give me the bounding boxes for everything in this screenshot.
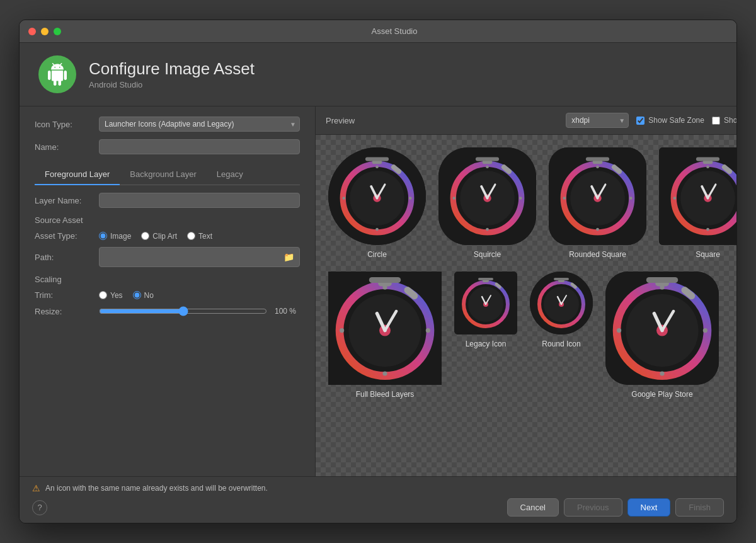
preview-item-square: Square [659,147,736,259]
dpi-select[interactable]: xhdpi mdpi hdpi xxhdpi xxxhdpi [566,113,629,128]
svg-point-92 [660,285,664,290]
stopwatch-svg-circle [328,147,426,245]
titlebar: Asset Studio [20,20,736,43]
name-input[interactable]: ic_launcher [99,139,300,154]
round-icon-wrapper [530,272,593,334]
asset-type-label: Asset Type: [35,231,91,241]
squircle-icon-wrapper [438,147,536,245]
svg-point-9 [375,166,379,169]
svg-rect-69 [478,278,493,280]
svg-point-64 [426,328,430,333]
finish-button: Finish [675,498,724,517]
round-label: Round Icon [542,340,580,348]
minimize-button[interactable] [41,28,49,35]
svg-rect-87 [646,277,678,283]
tab-background[interactable]: Background Layer [120,164,207,185]
svg-rect-30 [586,157,609,161]
asset-type-text-radio[interactable] [187,232,195,240]
close-button[interactable] [28,28,36,35]
button-row: ? Cancel Previous Next Finish [32,498,724,517]
svg-rect-43 [696,157,719,161]
warning-row: ⚠ An icon with the same name already exi… [32,483,724,493]
circle-icon [328,147,426,245]
source-asset-label: Source Asset [35,215,300,225]
asset-type-image[interactable]: Image [99,232,131,241]
icon-type-select-wrapper: Launcher Icons (Adaptive and Legacy) ▼ [99,117,300,132]
page-subtitle: Android Studio [89,80,255,89]
show-grid-checkbox[interactable] [712,117,720,125]
svg-point-37 [563,197,566,200]
layer-tabs: Foreground Layer Background Layer Legacy [35,164,300,185]
show-safe-zone-label[interactable]: Show Safe Zone [636,116,704,125]
svg-point-36 [596,228,599,231]
circle-label: Circle [367,250,387,259]
scaling-label: Scaling [35,275,300,284]
svg-rect-17 [476,157,499,161]
layer-name-input[interactable]: ic_launcher_foreground [99,193,300,208]
path-input-wrapper: ve icon/adaptive-icon-forground.png 📁 [99,247,300,267]
tab-foreground[interactable]: Foreground Layer [35,164,120,185]
svg-point-61 [382,285,387,290]
path-row: Path: ve icon/adaptive-icon-forground.pn… [35,247,300,267]
previous-button: Previous [564,498,622,517]
stopwatch-svg-round [530,272,593,334]
svg-point-48 [706,166,709,169]
asset-type-text[interactable]: Text [187,232,212,241]
resize-slider[interactable] [99,306,267,316]
source-asset-section: Source Asset Asset Type: Image Clip Art [35,215,300,267]
svg-point-95 [703,328,707,333]
svg-point-50 [673,197,676,200]
square-icon-wrapper [659,147,736,245]
asset-type-image-radio[interactable] [99,232,107,240]
show-grid-label[interactable]: Show Grid [712,116,736,125]
preview-item-rounded-square: Rounded Square [549,147,646,259]
svg-point-23 [486,228,489,231]
next-button[interactable]: Next [627,498,671,517]
rounded-square-icon-wrapper [549,147,646,245]
stopwatch-svg-rounded [549,147,646,245]
bottom-bar: ⚠ An icon with the same name already exi… [20,476,736,523]
maximize-button[interactable] [54,28,61,35]
google-play-label: Google Play Store [631,390,692,399]
svg-point-12 [409,197,412,200]
help-button[interactable]: ? [32,500,47,515]
rounded-square-icon [549,147,646,245]
stopwatch-svg-full-bleed [328,272,442,385]
svg-rect-4 [365,157,389,161]
trim-row: Trim: Yes No [35,290,300,300]
resize-value: 100 % [275,307,300,316]
stopwatch-svg-google-play [605,272,719,385]
scaling-section: Scaling Trim: Yes No [35,275,300,316]
svg-point-62 [382,371,387,375]
tab-legacy[interactable]: Legacy [207,164,253,185]
asset-type-radios: Image Clip Art Text [99,232,212,241]
path-input[interactable]: ve icon/adaptive-icon-forground.png [105,250,280,264]
svg-point-63 [340,328,344,333]
right-panel: Preview xhdpi mdpi hdpi xxhdpi xxxhdpi ▼… [316,106,736,476]
layer-name-label: Layer Name: [35,196,91,205]
svg-point-49 [706,228,709,231]
legacy-icon-wrapper [454,272,517,334]
full-bleed-label: Full Bleed Layers [356,390,415,399]
icon-type-row: Icon Type: Launcher Icons (Adaptive and … [35,117,300,132]
trim-yes[interactable]: Yes [99,291,123,300]
icon-type-select[interactable]: Launcher Icons (Adaptive and Legacy) [99,117,300,132]
svg-point-94 [617,328,621,333]
icon-type-label: Icon Type: [35,120,91,129]
cancel-button[interactable]: Cancel [507,498,559,517]
preview-row-2: Full Bleed Layers [328,272,736,399]
svg-point-25 [519,197,522,200]
preview-row-1: Circle [328,147,736,259]
dpi-select-wrapper: xhdpi mdpi hdpi xxhdpi xxxhdpi ▼ [566,113,629,128]
show-safe-zone-checkbox[interactable] [636,117,644,125]
preview-label: Preview [326,116,355,125]
full-bleed-icon-wrapper [328,272,442,385]
asset-type-clipart[interactable]: Clip Art [141,232,177,241]
trim-no-radio[interactable] [133,291,141,299]
round-icon [530,272,593,334]
asset-type-clipart-radio[interactable] [141,232,149,240]
legacy-icon [454,272,517,334]
stopwatch-svg-squircle [438,147,536,245]
trim-yes-radio[interactable] [99,291,107,299]
trim-no[interactable]: No [133,291,154,300]
